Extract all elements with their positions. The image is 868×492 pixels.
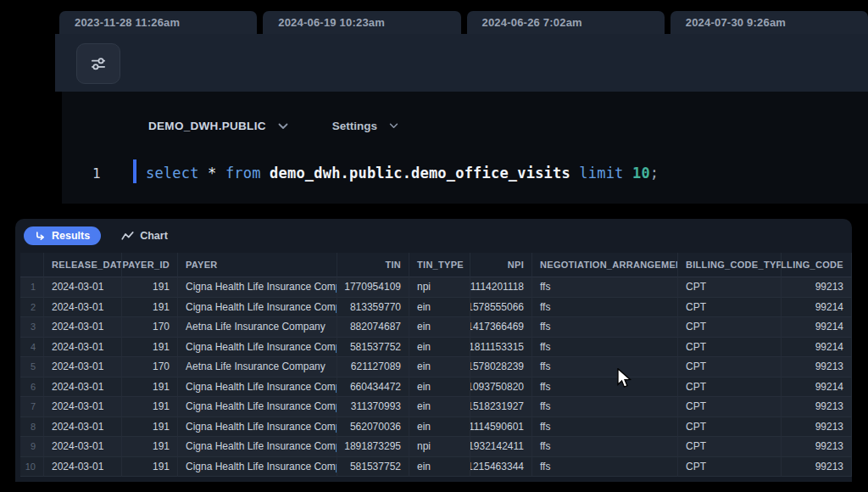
column-header-billing_code[interactable]: BILLING_CODE: [782, 253, 852, 277]
table-row[interactable]: 62024-03-01191Cigna Health Life Insuranc…: [20, 377, 852, 398]
line-chart-icon: [121, 231, 134, 241]
window-tab[interactable]: 2024-06-19 10:23am: [263, 11, 460, 34]
column-header-tin_type[interactable]: TIN_TYPE: [409, 253, 470, 277]
table-cell: CPT: [678, 377, 782, 398]
row-number-cell: 9: [20, 437, 44, 457]
window-tab[interactable]: 2024-07-30 9:26am: [670, 11, 868, 34]
table-cell: 562070036: [337, 417, 409, 438]
sql-token: limit: [579, 165, 623, 182]
table-cell: 660434472: [337, 377, 409, 398]
table-cell: 191: [122, 437, 178, 457]
worksheet-toolbar: [55, 34, 868, 92]
tab-results[interactable]: Results: [24, 226, 101, 245]
table-cell: Aetna Life Insurance Company: [178, 317, 337, 338]
row-number-cell: 10: [20, 457, 44, 478]
table-row[interactable]: 32024-03-01170Aetna Life Insurance Compa…: [20, 317, 852, 338]
table-cell: 311370993: [337, 397, 409, 417]
table-cell: 99214: [782, 317, 852, 338]
column-header-rownum[interactable]: [20, 253, 44, 277]
settings-dropdown[interactable]: Settings: [332, 120, 398, 132]
settings-label: Settings: [332, 120, 377, 132]
table-cell: ffs: [532, 277, 678, 298]
sliders-icon: [89, 54, 108, 73]
table-cell: 621127089: [337, 357, 409, 377]
table-cell: 191: [122, 298, 178, 318]
table-row[interactable]: 72024-03-01191Cigna Health Life Insuranc…: [20, 397, 852, 417]
sql-token: 10: [632, 165, 650, 182]
table-cell: 1891873295: [337, 437, 409, 457]
table-cell: 1114201118: [470, 277, 532, 298]
chevron-down-icon[interactable]: [278, 123, 288, 130]
sql-token: from: [225, 165, 261, 182]
table-cell: ein: [409, 457, 470, 478]
table-row[interactable]: 92024-03-01191Cigna Health Life Insuranc…: [20, 437, 852, 457]
table-cell: ein: [409, 357, 470, 377]
table-cell: 1811153315: [470, 338, 532, 358]
table-cell: CPT: [678, 298, 782, 318]
column-header-npi[interactable]: NPI: [470, 253, 532, 277]
table-cell: 170: [122, 357, 178, 377]
table-row[interactable]: 82024-03-01191Cigna Health Life Insuranc…: [20, 417, 852, 438]
table-cell: 99213: [782, 357, 852, 377]
column-header-payer[interactable]: PAYER: [178, 253, 337, 277]
table-row[interactable]: 102024-03-01191Cigna Health Life Insuran…: [20, 457, 852, 478]
results-table: RELEASE_DATEPAYER_IDPAYERTINTIN_TYPENPIN…: [15, 253, 852, 482]
table-cell: 1518231927: [470, 397, 532, 417]
table-cell: 99214: [782, 338, 852, 358]
table-cell: ffs: [532, 338, 678, 358]
table-cell: 581537752: [337, 338, 409, 358]
table-cell: ffs: [532, 317, 678, 338]
database-schema-selector[interactable]: DEMO_DWH.PUBLIC: [148, 120, 266, 132]
table-cell: 1932142411: [470, 437, 532, 457]
window-tab[interactable]: 2024-06-26 7:02am: [467, 11, 665, 34]
table-cell: 2024-03-01: [44, 357, 122, 377]
sliders-button[interactable]: [76, 43, 120, 84]
table-cell: CPT: [678, 417, 782, 438]
table-row[interactable]: 12024-03-01191Cigna Health Life Insuranc…: [20, 277, 852, 298]
column-header-tin[interactable]: TIN: [337, 253, 409, 277]
row-number-cell: 2: [20, 298, 44, 318]
window-tab-label: 2024-06-26 7:02am: [482, 16, 582, 29]
sql-token: *: [208, 165, 216, 182]
results-tab-bar: Results Chart: [15, 219, 852, 253]
table-cell: 2024-03-01: [44, 317, 122, 338]
table-row[interactable]: 52024-03-01170Aetna Life Insurance Compa…: [20, 357, 852, 377]
table-cell: 2024-03-01: [44, 397, 122, 417]
column-header-billing_code_type[interactable]: BILLING_CODE_TYPE: [678, 253, 782, 277]
tab-chart[interactable]: Chart: [114, 226, 175, 245]
table-cell: 1578555066: [470, 298, 532, 318]
column-header-payer_id[interactable]: PAYER_ID: [122, 253, 178, 277]
row-number-cell: 1: [20, 277, 44, 298]
sql-line-code: select * from demo_dwh.public.demo_offic…: [146, 165, 659, 182]
window-tab-label: 2023-11-28 11:26am: [75, 16, 180, 29]
table-row[interactable]: 42024-03-01191Cigna Health Life Insuranc…: [20, 338, 852, 358]
table-cell: CPT: [678, 357, 782, 377]
table-cell: Cigna Health Life Insurance Company: [178, 417, 337, 438]
table-row[interactable]: 22024-03-01191Cigna Health Life Insuranc…: [20, 298, 852, 318]
sql-token: [624, 165, 632, 182]
table-cell: CPT: [678, 457, 782, 478]
table-cell: 99213: [782, 437, 852, 457]
table-cell: CPT: [678, 437, 782, 457]
column-header-release_date[interactable]: RELEASE_DATE: [44, 253, 122, 277]
table-cell: 99214: [782, 377, 852, 398]
results-panel: Results Chart RELEASE_DATEPAYER_IDPAYERT…: [15, 219, 852, 482]
table-cell: ffs: [532, 357, 678, 377]
table-cell: 191: [122, 338, 178, 358]
table-cell: 1770954109: [337, 277, 409, 298]
table-header-row: RELEASE_DATEPAYER_IDPAYERTINTIN_TYPENPIN…: [20, 253, 852, 277]
row-number-cell: 7: [20, 397, 44, 417]
chevron-down-icon: [389, 123, 398, 129]
table-cell: Cigna Health Life Insurance Company: [178, 397, 337, 417]
column-header-negotiation_arrangement[interactable]: NEGOTIATION_ARRANGEMENT: [532, 253, 678, 277]
table-cell: 2024-03-01: [44, 457, 122, 478]
sql-token: ;: [650, 165, 659, 182]
table-cell: 581537752: [337, 457, 409, 478]
table-cell: CPT: [678, 338, 782, 358]
table-cell: ffs: [532, 437, 678, 457]
table-cell: 191: [122, 377, 178, 398]
table-cell: CPT: [678, 397, 782, 417]
window-tab[interactable]: 2023-11-28 11:26am: [59, 11, 257, 34]
sql-token: select: [146, 165, 199, 182]
table-cell: 191: [122, 457, 178, 478]
